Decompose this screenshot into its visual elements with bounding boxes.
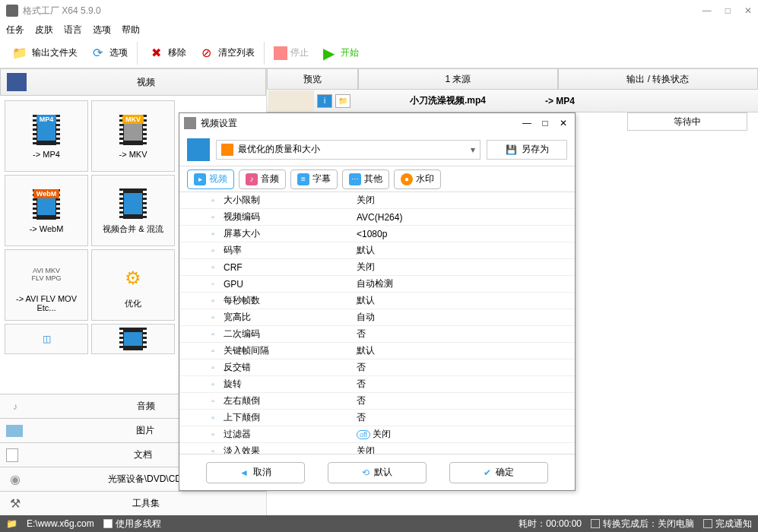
setting-row[interactable]: ▫旋转否 <box>179 376 575 393</box>
settings-list[interactable]: ▫大小限制关闭▫视频编码AVC(H264)▫屏幕大小<1080p▫码率默认▫CR… <box>179 192 575 454</box>
dialog-profile-row: 最优化的质量和大小 ▾ 💾 另存为 <box>179 133 575 166</box>
dialog-close-button[interactable]: ✕ <box>557 118 570 128</box>
header-source[interactable]: 1 来源 <box>358 68 558 90</box>
tab-subtitle[interactable]: ≡字幕 <box>290 169 338 189</box>
setting-key: 过滤器 <box>224 428 357 441</box>
format-webm[interactable]: WebM -> WebM <box>5 175 88 246</box>
setting-row[interactable]: ▫过滤器off 关闭 <box>179 426 575 443</box>
menu-bar: 任务 皮肤 语言 选项 帮助 <box>0 21 758 38</box>
options-button[interactable]: ⟳ 选项 <box>84 41 132 65</box>
setting-row[interactable]: ▫淡入效果关闭 <box>179 443 575 454</box>
setting-key: 反交错 <box>224 361 357 374</box>
options-label: 选项 <box>109 46 128 59</box>
setting-value: 关闭 <box>357 194 575 207</box>
menu-skin[interactable]: 皮肤 <box>35 24 53 36</box>
setting-row[interactable]: ▫每秒帧数默认 <box>179 293 575 309</box>
video-category-header[interactable]: 视频 <box>0 68 266 96</box>
setting-row[interactable]: ▫大小限制关闭 <box>179 192 575 209</box>
header-output[interactable]: 输出 / 转换状态 <box>558 68 758 90</box>
notify-checkbox[interactable] <box>703 519 712 528</box>
setting-key: 旋转 <box>224 378 357 391</box>
setting-value: 否 <box>357 378 575 391</box>
format-mkv[interactable]: MKV -> MKV <box>91 100 175 172</box>
dialog-titlebar[interactable]: 视频设置 — □ ✕ <box>179 113 575 133</box>
setting-key: 屏幕大小 <box>224 227 357 240</box>
setting-row[interactable]: ▫CRF关闭 <box>179 259 575 276</box>
setting-key: 二次编码 <box>224 328 357 340</box>
setting-icon: ▫ <box>207 279 219 290</box>
output-folder-button[interactable]: 📁 输出文件夹 <box>6 41 82 65</box>
close-button[interactable]: ✕ <box>744 5 752 16</box>
minimize-button[interactable]: — <box>702 5 712 16</box>
cancel-button[interactable]: ◄取消 <box>206 462 305 483</box>
setting-row[interactable]: ▫视频编码AVC(H264) <box>179 209 575 226</box>
stop-icon <box>274 46 287 60</box>
setting-icon: ▫ <box>207 329 219 340</box>
format-crop[interactable]: ◫ <box>5 324 88 354</box>
info-button[interactable]: i <box>317 94 332 108</box>
format-optimize[interactable]: ⚙ 优化 <box>91 249 175 321</box>
menu-language[interactable]: 语言 <box>64 24 82 36</box>
window-titlebar: 格式工厂 X64 5.9.0 — □ ✕ <box>0 0 758 21</box>
header-preview[interactable]: 预览 <box>267 68 358 90</box>
profile-select[interactable]: 最优化的质量和大小 ▾ <box>216 140 480 160</box>
setting-value: AVC(H264) <box>357 212 575 223</box>
setting-row[interactable]: ▫码率默认 <box>179 242 575 259</box>
ok-button[interactable]: ✔确定 <box>449 462 548 483</box>
dialog-title: 视频设置 <box>201 117 237 130</box>
toolbar-separator <box>264 42 265 65</box>
setting-row[interactable]: ▫反交错否 <box>179 359 575 376</box>
save-as-button[interactable]: 💾 另存为 <box>487 140 567 160</box>
play-icon: ▶ <box>319 44 338 62</box>
remove-icon: ✖ <box>147 44 165 62</box>
setting-row[interactable]: ▫关键帧间隔默认 <box>179 343 575 359</box>
menu-options[interactable]: 选项 <box>93 24 111 36</box>
tab-other[interactable]: ⋯其他 <box>342 169 389 189</box>
format-merge[interactable]: 视频合并 & 混流 <box>91 175 175 246</box>
category-tools[interactable]: ⚒ 工具集 <box>0 491 266 515</box>
tab-audio[interactable]: ♪音频 <box>239 169 286 189</box>
maximize-button[interactable]: □ <box>725 5 731 16</box>
setting-row[interactable]: ▫GPU自动检测 <box>179 276 575 293</box>
clear-list-button[interactable]: ⊘ 清空列表 <box>192 41 259 65</box>
setting-icon: ▫ <box>207 262 219 273</box>
setting-icon: ▫ <box>207 212 219 223</box>
setting-value: 否 <box>357 411 575 424</box>
menu-help[interactable]: 帮助 <box>122 24 140 36</box>
elapsed-label: 耗时： <box>519 518 546 529</box>
multithread-label: 使用多线程 <box>116 518 161 529</box>
folder-button[interactable]: 📁 <box>335 94 350 108</box>
tab-video[interactable]: ▸视频 <box>187 169 234 189</box>
setting-row[interactable]: ▫二次编码否 <box>179 326 575 343</box>
stop-button[interactable]: 停止 <box>269 43 313 63</box>
tab-watermark[interactable]: ●水印 <box>394 169 441 189</box>
format-avi-etc[interactable]: AVI MKVFLV MPG -> AVI FLV MOV Etc... <box>5 249 88 321</box>
after-checkbox[interactable] <box>591 519 600 528</box>
waiting-status[interactable]: 等待中 <box>627 112 747 131</box>
setting-row[interactable]: ▫屏幕大小<1080p <box>179 226 575 242</box>
setting-value: 关闭 <box>357 261 575 274</box>
setting-key: 上下颠倒 <box>224 411 357 424</box>
dialog-minimize-button[interactable]: — <box>520 118 534 128</box>
file-row[interactable]: i 📁 小刀洗澡视频.mp4 -> MP4 <box>267 90 758 112</box>
setting-row[interactable]: ▫左右颠倒否 <box>179 393 575 410</box>
file-target: -> MP4 <box>545 96 621 106</box>
document-icon <box>6 448 18 462</box>
setting-key: 大小限制 <box>224 194 357 207</box>
setting-value: 关闭 <box>357 445 575 454</box>
menu-task[interactable]: 任务 <box>6 24 24 36</box>
multithread-checkbox[interactable]: ✓ <box>103 519 113 528</box>
output-path[interactable]: E:\www.x6g.com <box>27 518 94 529</box>
setting-icon: ▫ <box>207 429 219 440</box>
setting-row[interactable]: ▫宽高比自动 <box>179 309 575 326</box>
format-other[interactable] <box>91 324 175 354</box>
start-button[interactable]: ▶ 开始 <box>315 41 363 65</box>
folder-icon: 📁 <box>11 44 29 62</box>
format-mp4[interactable]: MP4 -> MP4 <box>5 100 88 172</box>
dialog-maximize-button[interactable]: □ <box>538 118 552 128</box>
remove-button[interactable]: ✖ 移除 <box>142 41 191 65</box>
setting-row[interactable]: ▫上下颠倒否 <box>179 410 575 426</box>
default-button[interactable]: ⟲默认 <box>328 462 427 483</box>
image-icon <box>6 425 23 437</box>
output-folder-label: 输出文件夹 <box>32 46 78 59</box>
